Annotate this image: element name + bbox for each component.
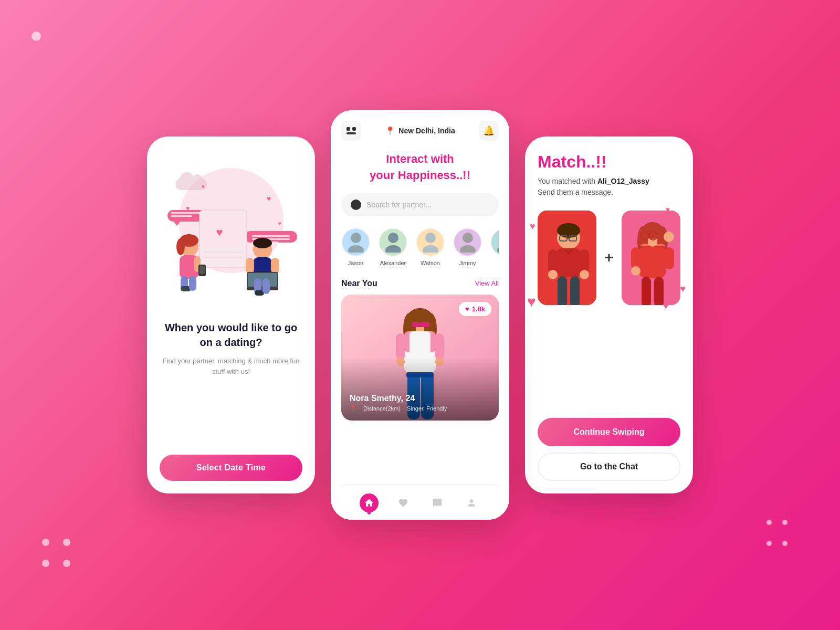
screen1-onboarding: ♥ ♥ ♥ ♥ xyxy=(147,136,315,494)
profile-tags: Singer, Friendly xyxy=(407,405,447,412)
match-photo-male xyxy=(538,211,596,305)
screen1-text-section: When you would like to go on a dating? F… xyxy=(160,320,302,392)
heart-float-icon: ♥ xyxy=(527,293,536,310)
svg-rect-80 xyxy=(654,277,664,305)
svg-rect-24 xyxy=(262,278,270,294)
continue-swiping-button[interactable]: Continue Swiping xyxy=(538,418,680,446)
search-icon xyxy=(351,200,361,210)
profile-distance: Distance(2km) xyxy=(363,405,401,412)
svg-rect-40 xyxy=(412,322,421,327)
svg-point-62 xyxy=(548,270,558,279)
match-photo-female xyxy=(622,211,680,305)
svg-rect-1 xyxy=(204,215,243,247)
profile-card-details: 📍 Distance(2km) Singer, Friendly xyxy=(350,405,447,412)
location-pin-icon: 📍 xyxy=(385,126,395,136)
match-subtitle: You matched with Ali_O12_Jassy Send them… xyxy=(538,176,680,198)
profile-avatar-watson[interactable]: Watson xyxy=(416,228,445,266)
avatar-image xyxy=(379,228,407,257)
heart-float-icon: ♥ xyxy=(530,221,536,232)
svg-rect-64 xyxy=(558,276,567,305)
near-you-header: Near You View All xyxy=(341,279,499,288)
screen2-headline: Interact with your Happiness..!! xyxy=(341,151,499,184)
search-placeholder: Search for partner... xyxy=(366,201,432,209)
profile-card-info: Nora Smethy, 24 📍 Distance(2km) Singer, … xyxy=(350,394,447,412)
svg-rect-18 xyxy=(246,258,254,273)
svg-rect-19 xyxy=(271,258,279,273)
featured-profile-card[interactable]: ♥ 1.8k Nora Smethy, 24 📍 Distance(2km) S… xyxy=(341,295,499,421)
view-all-link[interactable]: View All xyxy=(475,279,499,287)
svg-rect-11 xyxy=(200,266,205,274)
bottom-navigation xyxy=(341,486,499,520)
svg-rect-49 xyxy=(396,333,405,360)
profile-name-jason: Jason xyxy=(348,260,363,266)
svg-rect-76 xyxy=(665,247,674,269)
svg-point-78 xyxy=(631,266,640,276)
screen1-title: When you would like to go on a dating? xyxy=(160,320,302,350)
notification-icon[interactable]: 🔔 xyxy=(479,121,499,141)
select-date-button[interactable]: Select Date Time xyxy=(160,455,302,481)
svg-point-25 xyxy=(351,233,361,243)
avatar-image xyxy=(341,228,370,257)
decorative-dot xyxy=(782,541,788,546)
nav-home[interactable] xyxy=(360,494,379,512)
screen2-main: 📍 New Delhi, India 🔔 Interact with your … xyxy=(331,110,509,520)
profile-avatar-alexander[interactable]: Alexander xyxy=(379,228,407,266)
avatar-image xyxy=(490,228,499,257)
svg-point-32 xyxy=(460,245,476,253)
location-icon: 📍 xyxy=(350,405,357,412)
plus-icon: + xyxy=(605,249,613,266)
svg-rect-50 xyxy=(435,333,444,360)
match-subtitle-send: Send them a message. xyxy=(538,188,613,196)
location-badge: 📍 New Delhi, India xyxy=(385,126,455,136)
svg-point-34 xyxy=(497,245,499,253)
headline-line2: your xyxy=(370,169,398,182)
go-to-chat-button[interactable]: Go to the Chat xyxy=(538,453,680,481)
decorative-dot xyxy=(63,539,70,546)
location-text: New Delhi, India xyxy=(398,127,455,135)
profile-avatar-jimmy[interactable]: Jimmy xyxy=(453,228,482,266)
illustration: ♥ ♥ ♥ ♥ xyxy=(160,152,302,310)
svg-point-31 xyxy=(463,233,473,243)
profile-avatar-jas[interactable]: Jas xyxy=(490,228,499,266)
match-username: Ali_O12_Jassy xyxy=(597,177,649,185)
decorative-dot xyxy=(42,539,49,546)
profile-name-watson: Watson xyxy=(421,260,440,266)
near-you-label: Near You xyxy=(341,279,377,288)
like-count: 1.8k xyxy=(472,305,485,313)
profile-avatar-jason[interactable]: Jason xyxy=(341,228,370,266)
grid-dot xyxy=(352,127,356,131)
grid-dot xyxy=(346,127,350,131)
profile-name-alexander: Alexander xyxy=(380,260,406,266)
decorative-dot xyxy=(782,520,788,525)
svg-point-28 xyxy=(385,245,401,253)
match-title: Match..!! xyxy=(538,152,680,172)
nav-profile[interactable] xyxy=(462,494,481,512)
svg-point-7 xyxy=(176,238,185,255)
heart-float-icon: ♥ xyxy=(680,284,686,295)
svg-point-16 xyxy=(253,238,272,248)
svg-point-29 xyxy=(425,233,436,243)
svg-rect-45 xyxy=(410,331,430,358)
svg-point-27 xyxy=(388,233,398,243)
menu-icon[interactable] xyxy=(341,121,361,141)
match-photos-container: ♥ ♥ ♥ ♥ ♥ xyxy=(538,211,680,305)
svg-text:♥: ♥ xyxy=(216,226,223,239)
heart-icon: ♥ xyxy=(202,184,205,190)
svg-point-26 xyxy=(348,245,364,253)
headline-line1: Interact with xyxy=(386,152,454,165)
nav-likes[interactable] xyxy=(394,494,413,512)
featured-profile-name: Nora Smethy, 24 xyxy=(350,394,447,403)
screen1-subtitle: Find your partner, matching & much more … xyxy=(160,356,302,376)
search-bar[interactable]: Search for partner... xyxy=(341,193,499,216)
screen3-match: Match..!! You matched with Ali_O12_Jassy… xyxy=(525,136,693,494)
headline-accent: Happiness..!! xyxy=(398,169,470,182)
svg-rect-60 xyxy=(548,249,558,273)
couple-illustration: ♥ xyxy=(158,194,304,310)
svg-point-63 xyxy=(580,270,589,279)
avatar-image xyxy=(453,228,482,257)
svg-rect-74 xyxy=(639,246,666,278)
svg-point-30 xyxy=(423,245,438,253)
decorative-dot xyxy=(42,560,49,567)
nav-chat[interactable] xyxy=(428,494,447,512)
svg-rect-61 xyxy=(580,249,589,273)
